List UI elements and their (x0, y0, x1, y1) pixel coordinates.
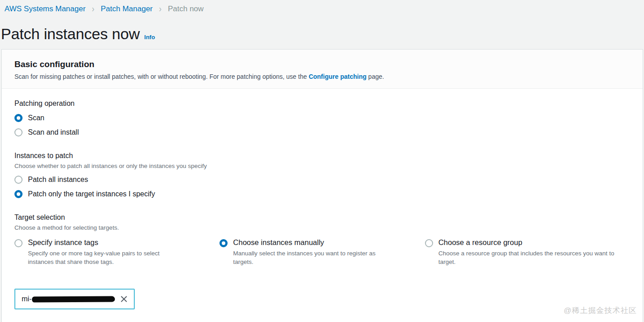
target-option-title-choose-resource-group[interactable]: Choose a resource group (438, 238, 615, 247)
target-option-desc-choose-resource-group: Choose a resource group that includes th… (438, 249, 615, 266)
instances-to-patch-label: Instances to patch (14, 152, 630, 160)
instances-to-patch-group: Instances to patch Choose whether to pat… (14, 152, 630, 198)
breadcrumb-link-systems-manager[interactable]: AWS Systems Manager (5, 5, 86, 14)
remove-token-button[interactable] (119, 295, 128, 304)
radio-button-choose-instances-manually[interactable] (219, 239, 228, 247)
breadcrumb-current-patch-now: Patch now (168, 5, 203, 14)
target-selection-description: Choose a method for selecting targets. (14, 224, 630, 231)
redacted-instance-id (32, 296, 115, 302)
instance-token-prefix: mi- (22, 295, 32, 303)
target-option-title-choose-instances-manually[interactable]: Choose instances manually (233, 238, 396, 247)
radio-option-patch-all-instances[interactable]: Patch all instances (14, 176, 630, 184)
chevron-right-icon: › (159, 4, 162, 14)
radio-button-scan[interactable] (14, 114, 23, 122)
radio-button-choose-resource-group[interactable] (425, 239, 433, 247)
radio-option-scan-and-install[interactable]: Scan and install (14, 128, 630, 136)
selected-instances-area: mi- (14, 289, 630, 309)
chevron-right-icon: › (92, 4, 95, 14)
card-description-text: Scan for missing patches or install patc… (14, 73, 309, 80)
instances-to-patch-description: Choose whether to patch all instances or… (14, 163, 630, 169)
target-selection-label: Target selection (14, 213, 630, 222)
patching-operation-label: Patching operation (14, 100, 630, 108)
target-selection-group: Target selection Choose a method for sel… (14, 213, 630, 266)
radio-button-patch-target-instances[interactable] (14, 190, 23, 198)
target-option-choose-instances-manually[interactable]: Choose instances manually Manually selec… (219, 238, 425, 266)
info-link[interactable]: Info (144, 34, 155, 41)
target-selection-options: Specify instance tags Specify one or mor… (14, 238, 630, 266)
target-option-desc-specify-instance-tags: Specify one or more tag key-value pairs … (28, 249, 181, 266)
radio-button-patch-all-instances[interactable] (14, 176, 23, 184)
radio-label-scan[interactable]: Scan (28, 114, 44, 122)
radio-option-patch-target-instances[interactable]: Patch only the target instances I specif… (14, 190, 630, 198)
instance-token[interactable]: mi- (14, 289, 135, 309)
card-body: Patching operation Scan Scan and install… (2, 89, 643, 320)
target-option-desc-choose-instances-manually: Manually select the instances you want t… (233, 249, 396, 266)
radio-option-scan[interactable]: Scan (14, 114, 630, 122)
radio-button-scan-and-install[interactable] (14, 128, 23, 136)
basic-configuration-card: Basic configuration Scan for missing pat… (1, 49, 643, 322)
target-option-specify-instance-tags[interactable]: Specify instance tags Specify one or mor… (14, 238, 219, 266)
target-option-title-specify-instance-tags[interactable]: Specify instance tags (28, 238, 181, 247)
breadcrumb: AWS Systems Manager › Patch Manager › Pa… (0, 0, 644, 17)
target-option-choose-resource-group[interactable]: Choose a resource group Choose a resourc… (425, 238, 630, 266)
configure-patching-link[interactable]: Configure patching (309, 73, 366, 80)
radio-label-patch-target-instances[interactable]: Patch only the target instances I specif… (28, 190, 155, 198)
card-header: Basic configuration Scan for missing pat… (2, 50, 643, 89)
radio-label-patch-all-instances[interactable]: Patch all instances (28, 176, 88, 184)
page-header: Patch instances now Info (0, 17, 644, 49)
patching-operation-group: Patching operation Scan Scan and install (14, 100, 630, 136)
page-title: Patch instances now (1, 25, 140, 43)
close-icon (120, 295, 128, 303)
card-description: Scan for missing patches or install patc… (14, 73, 630, 80)
radio-label-scan-and-install[interactable]: Scan and install (28, 128, 79, 136)
radio-button-specify-instance-tags[interactable] (14, 239, 23, 247)
card-heading: Basic configuration (14, 59, 630, 69)
card-description-suffix: page. (366, 73, 384, 80)
breadcrumb-link-patch-manager[interactable]: Patch Manager (100, 5, 152, 14)
